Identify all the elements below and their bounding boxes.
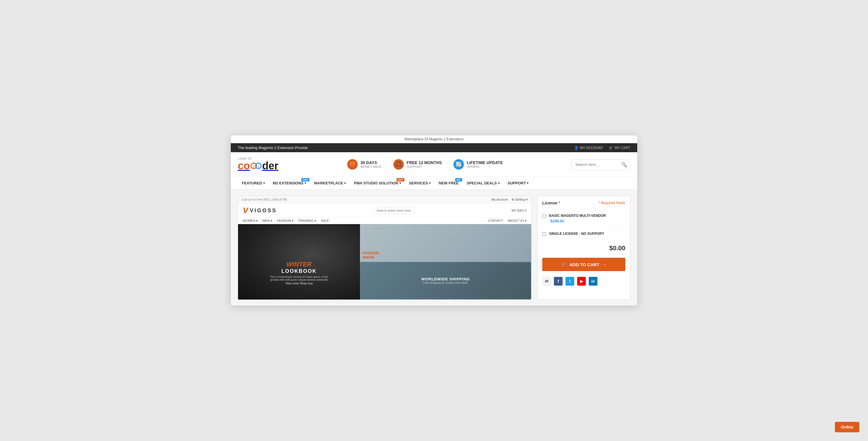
license-checkbox-2[interactable] [542,232,546,236]
account-icon: 👤 [574,146,579,150]
license-option-2-name: SINGLE LICENSE - NO SUPPORT [549,232,604,236]
vigoss-text: VIGOSS [250,208,277,214]
demo-worldwide-shipping: WORLDWIDE SHIPPING Free shipping for ord… [360,262,531,300]
demo-main-banner: WINTER LOOKBOOK This is Photoshop's vers… [238,224,360,300]
nav-marketplace[interactable]: MARKETPLACE ▾ [310,177,350,189]
demo-search-input[interactable] [374,207,414,214]
nav-badge-m2: 148+ [301,178,309,181]
logo-landof: LAND OF [238,158,252,160]
demo-logo-bar: V VIGOSS MY BAG 0 [238,204,531,218]
demo-banner-text: WINTER LOOKBOOK This is Photoshop's vers… [269,261,330,285]
license-option-2: SINGLE LICENSE - NO SUPPORT [542,229,625,239]
demo-setting[interactable]: ⚙ Setting ▾ [512,198,528,202]
demo-nav-fashion[interactable]: FASHION ▾ [277,219,293,223]
free-ship-text: Free shipping for orders over $100 [423,281,468,284]
nav-bar: FEATURED ▾ M2 EXTENSIONS ▾ 148+ MARKETPL… [231,177,637,190]
nav-newfree[interactable]: NEW FREE 20+ [435,177,463,189]
browser-window: Marketplace Of Magento 2 Extensions The … [231,135,637,306]
price-total: $0.00 [542,242,625,254]
demo-nav-sale[interactable]: SALE [321,219,329,223]
twitter-icon[interactable]: t [565,277,574,285]
arrow-icon: → [602,262,607,267]
logo[interactable]: LAND OF co ‹ › der [238,157,278,172]
main-content: Call us for free (801) 2345-6789 My Acco… [231,190,637,306]
chevron-down-icon: ▾ [305,181,306,185]
chevron-down-icon: ▾ [429,181,431,185]
cart-icon: 🛒 [609,146,613,150]
chevron-down-icon: ▾ [527,181,528,185]
worldwide-text: WORLDWIDE SHIPPING [422,277,470,281]
nav-badge-pwa: HOT [397,178,404,181]
facebook-icon[interactable]: f [554,277,563,285]
license-title: License * [542,201,560,205]
demo-phone: Call us for free (801) 2345-6789 [242,198,287,202]
chevron-down-icon: ▾ [344,181,346,185]
demo-my-account[interactable]: My Account [492,198,508,202]
license-checkbox-1[interactable] [542,214,546,218]
demo-nav-about[interactable]: ABOUT US ▾ [508,219,527,223]
shield-icon: 🛡 [347,159,358,170]
chevron-down-icon: ▾ [263,181,265,185]
nav-featured[interactable]: FEATURED ▾ [238,177,269,189]
badge-money-back: 🛡 30 DAYS MONEY BACK [347,159,382,170]
demo-body: WINTER LOOKBOOK This is Photoshop's vers… [238,224,531,300]
header-links: 👤 MY ACCOUNT 🛒 MY CART [574,146,630,150]
top-bar-text: Marketplace Of Magento 2 Extensions [404,137,463,141]
search-button[interactable]: 🔍 [618,160,630,170]
vigoss-logo: V VIGOSS [243,206,277,215]
license-header: License * * Required Fields [542,201,625,208]
nav-badge-newfree: 20+ [455,178,462,181]
header-badges: 🛡 30 DAYS MONEY BACK 🎧 FREE 12 MONTHS SU… [287,159,563,170]
nav-support[interactable]: SUPPORT ▾ [504,177,533,189]
my-cart-link[interactable]: 🛒 MY CART [609,146,630,150]
top-bar: Marketplace Of Magento 2 Extensions [231,135,637,143]
view-text: View more Shop now [269,282,330,285]
cart-icon: 🛒 [561,262,566,267]
logo-text-der: der [262,160,278,172]
header-main: LAND OF co ‹ › der 🛡 [231,152,637,177]
right-panel: License * * Required Fields BASIC MAGENT… [537,196,630,300]
add-to-cart-button[interactable]: 🛒 ADD TO CART → [542,258,625,271]
demo-fashion-text: FASHION [362,251,529,255]
license-option-1-name: BASIC MAGENTO MULTI-VENDOR [549,214,606,218]
nav-m2extensions[interactable]: M2 EXTENSIONS ▾ 148+ [269,177,310,189]
demo-nav-training[interactable]: TRAINING ▾ [298,219,316,223]
linkedin-icon[interactable]: in [589,277,597,285]
arrow-right-icon: › [255,163,261,169]
logo-text-co: co [238,160,250,172]
search-box: 🔍 [571,159,630,170]
update-icon: 🔄 [454,159,464,170]
tagline: The leading Magento 2 Extension Provide [238,145,308,150]
demo-nav-women[interactable]: WOMEN ▾ [243,219,258,223]
demo-side-images: 2014 FALL/WINTER FASHION SHOW WORLDWIDE … [360,224,531,300]
demo-nav-contact[interactable]: CONTACT [488,219,503,223]
nav-specialdeals[interactable]: SPECIAL DEALS ▾ [463,177,504,189]
nav-pwa[interactable]: PWA STUDIO SOLUTION ▾ HOT [350,177,405,189]
badge-lifetime: 🔄 LIFETIME UPDATE UPDATE [454,159,503,170]
demo-nav: WOMEN ▾ MEN ▾ FASHION ▾ TRAINING ▾ SALE … [238,218,531,224]
demo-cart[interactable]: MY BAG 0 [512,209,527,212]
demo-preview: Call us for free (801) 2345-6789 My Acco… [238,196,531,300]
badge-support: 🎧 FREE 12 MONTHS SUPPORT [393,159,442,170]
chevron-down-icon: ▾ [399,181,401,185]
demo-fashion-show: 2014 FALL/WINTER FASHION SHOW [360,224,531,262]
demo-topbar: Call us for free (801) 2345-6789 My Acco… [238,196,531,204]
winter-text: WINTER [269,261,330,268]
nav-services[interactable]: SERVICES ▾ [405,177,435,189]
my-account-link[interactable]: 👤 MY ACCOUNT [574,146,603,150]
demo-2014-label: 2014 FALL/WINTER [363,227,387,230]
youtube-icon[interactable]: ▶ [577,277,586,285]
lorem-text: This is Photoshop's version of Lorem ips… [269,275,330,281]
mail-icon[interactable]: ✉ [542,277,551,285]
license-option-1: BASIC MAGENTO MULTI-VENDOR ↑$299.00 [542,211,625,226]
vigoss-v-icon: V [243,206,248,215]
support-icon: 🎧 [393,159,404,170]
demo-show-text: SHOW [362,255,529,260]
social-icons: ✉ f t ▶ in [542,275,625,285]
license-option-1-price: ↑$299.00 [549,218,606,223]
required-fields: * Required Fields [598,201,625,205]
online-badge: Online [835,422,859,432]
search-input[interactable] [572,160,618,169]
header-dark: The leading Magento 2 Extension Provide … [231,143,637,152]
demo-nav-men[interactable]: MEN ▾ [262,219,272,223]
